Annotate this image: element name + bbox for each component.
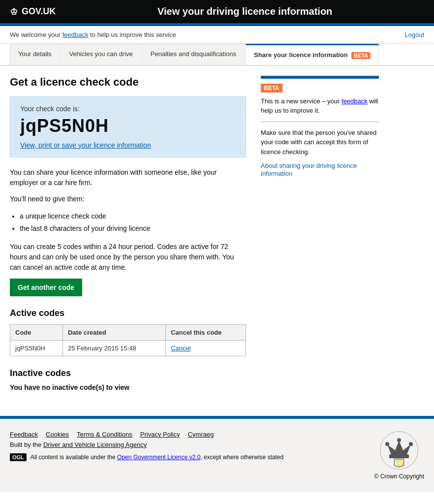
footer-feedback-link[interactable]: Feedback — [10, 431, 38, 438]
page-title: View your driving licence information — [65, 6, 424, 17]
main-nav-tabs: Your details Vehicles you can drive Pena… — [0, 44, 434, 66]
beta-badge-sidebar: BETA — [261, 84, 282, 93]
svg-marker-2 — [387, 441, 411, 454]
check-code-box: Your check code is: jqPS5N0H View, print… — [10, 96, 246, 158]
about-sharing-link[interactable]: About sharing your driving licence infor… — [261, 162, 357, 177]
tab-share-licence[interactable]: Share your licence information BETA — [246, 44, 379, 65]
col-date: Date created — [62, 324, 165, 340]
table-head: Code Date created Cancel this code — [10, 324, 246, 340]
list-item-licence: the last 8 characters of your driving li… — [20, 222, 246, 235]
footer-left: Feedback Cookies Terms & Conditions Priv… — [10, 431, 374, 461]
beta-badge-tab: BETA — [351, 52, 371, 59]
col-cancel: Cancel this code — [166, 324, 246, 340]
crown-logo-svg: ♌ — [379, 431, 419, 470]
tab-penalties[interactable]: Penalties and disqualifications — [142, 44, 245, 65]
get-another-code-button[interactable]: Get another code — [10, 279, 82, 296]
footer-right: ♌ © Crown Copyright — [374, 431, 424, 480]
logout-link[interactable]: Logout — [404, 31, 424, 38]
active-codes-heading: Active codes — [10, 308, 246, 318]
info-paragraph: You can create 5 codes within a 24 hour … — [10, 242, 246, 273]
svg-rect-1 — [389, 454, 409, 458]
dvla-link[interactable]: Driver and Vehicle Licensing Agency — [43, 441, 147, 448]
feedback-link-top[interactable]: feedback — [62, 31, 89, 38]
sidebar-feedback-link[interactable]: feedback — [341, 97, 368, 105]
sidebar-note: Make sure that the person you've shared … — [261, 128, 379, 157]
col-code: Code — [10, 324, 63, 340]
table-row: jqPS5N0H 25 February 2015 15:48 Cancel — [10, 340, 246, 356]
sidebar-feedback-text: This is a new service – your feedback wi… — [261, 96, 379, 116]
table-body: jqPS5N0H 25 February 2015 15:48 Cancel — [10, 340, 246, 356]
logo-text: GOV.UK — [22, 6, 56, 17]
gov-uk-logo[interactable]: ♔ GOV.UK — [10, 6, 56, 17]
no-inactive-text: You have no inactive code(s) to view — [10, 383, 246, 391]
requirements-list: a unique licence check code the last 8 c… — [20, 210, 246, 235]
cell-date: 25 February 2015 15:48 — [62, 340, 165, 356]
footer-built-by: Built by the Driver and Vehicle Licensin… — [10, 441, 374, 448]
site-header: ♔ GOV.UK View your driving licence infor… — [0, 0, 434, 23]
footer-links: Feedback Cookies Terms & Conditions Priv… — [10, 431, 374, 438]
cell-cancel: Cancel — [166, 340, 246, 356]
sidebar-divider — [261, 122, 379, 122]
welcome-bar: We welcome your feedback to help us impr… — [0, 26, 434, 44]
svg-text:♌: ♌ — [397, 460, 403, 467]
table-header-row: Code Date created Cancel this code — [10, 324, 246, 340]
sidebar-blue-bar — [261, 76, 379, 79]
check-code-value: jqPS5N0H — [20, 116, 236, 136]
body-text-1: You can share your licence information w… — [10, 167, 246, 188]
svg-point-5 — [409, 442, 413, 446]
footer-cookies-link[interactable]: Cookies — [46, 431, 69, 438]
list-item-code: a unique licence check code — [20, 210, 246, 222]
active-codes-table: Code Date created Cancel this code jqPS5… — [10, 324, 246, 356]
right-sidebar: BETA This is a new service – your feedba… — [261, 76, 379, 391]
ogl-badge: OGL — [10, 453, 27, 461]
footer-ogl: OGL All content is available under the O… — [10, 453, 374, 461]
body-text-2: You'll need to give them: — [10, 194, 246, 204]
footer-terms-link[interactable]: Terms & Conditions — [77, 431, 132, 438]
page-heading: Get a licence check code — [10, 76, 246, 89]
svg-point-3 — [385, 442, 389, 446]
check-code-label: Your check code is: — [20, 105, 236, 113]
tab-vehicles[interactable]: Vehicles you can drive — [61, 44, 141, 65]
crown-icon: ♔ — [10, 6, 18, 17]
ogl-link[interactable]: Open Government Licence v2.0 — [117, 454, 200, 461]
tab-your-details[interactable]: Your details — [10, 44, 60, 65]
welcome-text: We welcome your feedback to help us impr… — [10, 31, 176, 38]
footer-cymraeg-link[interactable]: Cymraeg — [188, 431, 214, 438]
left-column: Get a licence check code Your check code… — [10, 76, 246, 391]
inactive-codes-heading: Inactive codes — [10, 368, 246, 378]
cell-code: jqPS5N0H — [10, 340, 63, 356]
view-print-save-link[interactable]: View, print or save your licence informa… — [20, 141, 151, 149]
main-content: Get a licence check code Your check code… — [0, 66, 434, 401]
crown-copyright-text: © Crown Copyright — [374, 473, 424, 480]
svg-point-4 — [397, 438, 401, 442]
cancel-link[interactable]: Cancel — [171, 345, 190, 352]
site-footer: Feedback Cookies Terms & Conditions Priv… — [0, 419, 434, 492]
footer-privacy-link[interactable]: Privacy Policy — [140, 431, 180, 438]
